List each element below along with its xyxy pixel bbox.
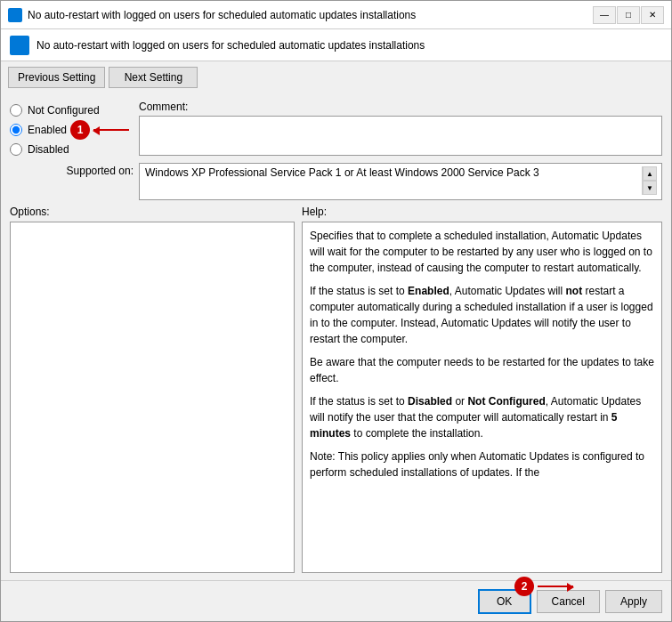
footer: 2 OK Cancel Apply [1,580,671,621]
help-p5: Note: This policy applies only when Auto… [310,448,654,481]
window-icon [8,8,22,22]
scroll-down[interactable]: ▼ [643,181,657,195]
radio-group: Not Configured Enabled Disabled [10,101,139,156]
top-section: Not Configured Enabled Disabled 1 [10,101,662,156]
title-bar-left: No auto-restart with logged on users for… [8,8,593,22]
supported-scrollbar: ▲ ▼ [642,166,656,195]
supported-section: Supported on: Windows XP Professional Se… [10,163,662,200]
help-p4: If the status is set to Disabled or Not … [310,393,654,441]
previous-setting-button[interactable]: Previous Setting [8,67,105,88]
disabled-label: Disabled [28,143,69,156]
help-p3: Be aware that the computer needs to be r… [310,354,654,386]
radio-section: Not Configured Enabled Disabled 1 [10,101,139,156]
nav-bar: Previous Setting Next Setting [1,61,671,93]
comment-label: Comment: [139,101,662,113]
options-panel [10,222,295,573]
enabled-radio[interactable] [10,124,22,136]
help-p1: Specifies that to complete a scheduled i… [310,228,654,276]
help-p2: If the status is set to Enabled, Automat… [310,283,654,347]
title-controls: — □ ✕ [593,6,664,24]
cancel-button[interactable]: Cancel [537,590,600,613]
subtitle-bar: No auto-restart with logged on users for… [1,29,671,61]
help-panel[interactable]: Specifies that to complete a scheduled i… [302,222,662,573]
bottom-panels: Specifies that to complete a scheduled i… [10,222,662,573]
policy-icon [10,36,29,55]
arrow-2 [538,586,573,587]
disabled-radio[interactable] [10,143,22,156]
not-configured-option[interactable]: Not Configured [10,104,139,117]
comment-section: Comment: [139,101,662,156]
not-configured-label: Not Configured [28,104,100,117]
help-label: Help: [302,206,327,218]
next-setting-button[interactable]: Next Setting [109,67,198,88]
supported-text: Windows XP Professional Service Pack 1 o… [145,166,642,179]
ok-button[interactable]: OK [478,589,531,614]
title-bar: No auto-restart with logged on users for… [1,1,671,29]
supported-box: Windows XP Professional Service Pack 1 o… [139,163,662,200]
comment-textarea[interactable] [139,116,662,156]
maximize-button[interactable]: □ [617,6,640,24]
options-label: Options: [10,206,295,218]
content-area: Not Configured Enabled Disabled 1 [1,93,671,580]
window-title: No auto-restart with logged on users for… [28,9,416,21]
scroll-up[interactable]: ▲ [643,166,657,181]
supported-label: Supported on: [10,163,139,177]
subtitle-text: No auto-restart with logged on users for… [36,39,425,52]
apply-button[interactable]: Apply [605,590,662,613]
disabled-option[interactable]: Disabled [10,143,139,156]
middle-labels-row: Options: Help: [10,206,662,218]
main-window: No auto-restart with logged on users for… [0,0,672,622]
not-configured-radio[interactable] [10,104,22,117]
enabled-label: Enabled [28,124,67,136]
supported-wrapper: Windows XP Professional Service Pack 1 o… [139,163,662,200]
minimize-button[interactable]: — [593,6,616,24]
close-button[interactable]: ✕ [641,6,664,24]
enabled-option[interactable]: Enabled [10,124,139,136]
